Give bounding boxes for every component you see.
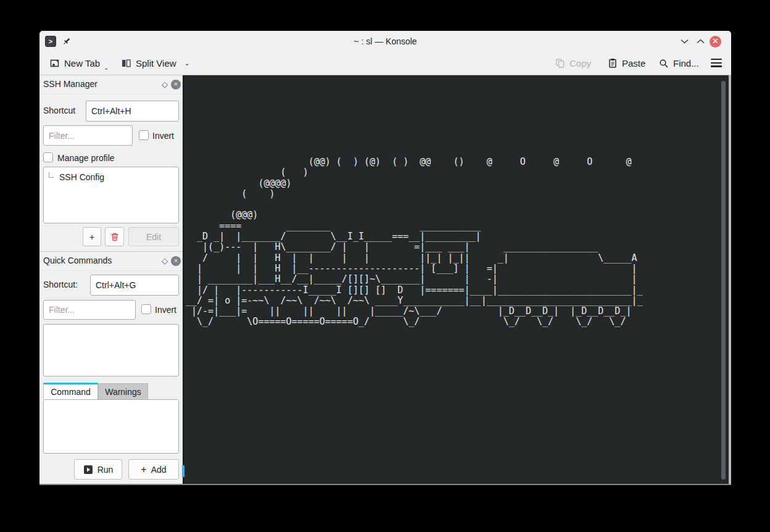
new-tab-dropdown-icon[interactable]: ⌄ (104, 64, 109, 71)
find-label: Find... (673, 58, 699, 69)
new-tab-label: New Tab (64, 58, 100, 69)
titlebar[interactable]: > ~ : sl — Konsole ✕ (39, 31, 731, 52)
paste-label: Paste (622, 58, 645, 69)
copy-button[interactable]: Copy (555, 52, 591, 75)
ssh-config-list[interactable]: SSH Config (43, 167, 179, 223)
tab-command[interactable]: Command (43, 383, 98, 399)
terminal-screen[interactable]: (@@) ( ) (@) ( ) @@ () @ O @ O @ ( ) (@@… (184, 75, 729, 484)
paste-button[interactable]: Paste (608, 52, 645, 75)
ssh-manager-title: SSH Manager (43, 79, 97, 89)
main-toolbar: New Tab ⌄ Split View ⌄ (39, 52, 731, 75)
maximize-button[interactable] (695, 36, 706, 47)
terminal-scrollbar[interactable] (721, 81, 726, 480)
qc-shortcut-field[interactable] (90, 275, 179, 296)
konsole-window: > ~ : sl — Konsole ✕ (39, 31, 731, 485)
new-tab-icon (49, 58, 60, 69)
ssh-add-button[interactable]: + (83, 227, 101, 246)
trash-icon (110, 232, 120, 242)
split-view-dropdown-icon[interactable]: ⌄ (184, 59, 190, 67)
screen-background: > ~ : sl — Konsole ✕ (0, 0, 770, 532)
qc-command-list[interactable] (43, 324, 179, 376)
tree-branch-icon (49, 172, 54, 178)
ssh-shortcut-field[interactable] (86, 101, 179, 122)
quick-commands-header: Quick Commands ◇ × (39, 252, 183, 271)
split-view-icon (121, 58, 131, 69)
qc-command-editor[interactable] (43, 399, 179, 454)
tab-warnings[interactable]: Warnings (98, 383, 148, 399)
menu-hamburger-icon[interactable] (711, 59, 722, 67)
ssh-edit-button[interactable]: Edit (128, 227, 179, 246)
ssh-invert-checkbox[interactable] (139, 130, 149, 140)
quick-commands-title: Quick Commands (43, 256, 112, 265)
window-bottom-border (39, 484, 731, 485)
ssh-shortcut-label: Shortcut (43, 106, 75, 115)
add-button[interactable]: + Add (128, 459, 179, 480)
float-panel-icon[interactable]: ◇ (162, 256, 168, 265)
ssh-filter-input[interactable] (43, 125, 133, 146)
ssh-invert-label: Invert (152, 131, 174, 141)
float-panel-icon[interactable]: ◇ (162, 80, 168, 89)
qc-invert-label: Invert (155, 305, 176, 315)
find-button[interactable]: Find... (659, 52, 699, 75)
copy-label: Copy (569, 58, 591, 69)
close-panel-icon[interactable]: × (171, 256, 181, 266)
window-title: ~ : sl — Konsole (39, 31, 731, 52)
new-tab-button[interactable]: New Tab ⌄ (49, 52, 100, 75)
qc-filter-input[interactable] (43, 300, 136, 320)
minimize-button[interactable] (679, 36, 690, 47)
ssh-config-item[interactable]: SSH Config (59, 172, 104, 182)
window-right-border (729, 75, 731, 484)
plus-icon: + (141, 464, 146, 475)
ssh-manager-header: SSH Manager ◇ × (39, 75, 183, 94)
copy-icon (555, 58, 565, 69)
run-button[interactable]: Run (74, 459, 122, 480)
search-icon (659, 59, 669, 69)
sidebar: SSH Manager ◇ × Shortcut Invert Manage p… (39, 75, 183, 484)
close-button[interactable]: ✕ (710, 36, 721, 48)
sl-train-ascii-art: (@@) ( ) (@) ( ) @@ () @ O @ O @ ( ) (@@… (186, 157, 643, 328)
close-panel-icon[interactable]: × (171, 80, 181, 89)
manage-profile-checkbox[interactable] (43, 152, 53, 162)
split-view-label: Split View (136, 58, 176, 69)
run-icon (83, 465, 93, 475)
manage-profile-label: Manage profile (57, 153, 115, 163)
ssh-delete-button[interactable] (105, 227, 124, 246)
paste-icon (608, 58, 618, 69)
qc-shortcut-label: Shortcut: (43, 280, 78, 289)
qc-invert-checkbox[interactable] (141, 304, 151, 314)
split-view-button[interactable]: Split View ⌄ (121, 52, 190, 75)
